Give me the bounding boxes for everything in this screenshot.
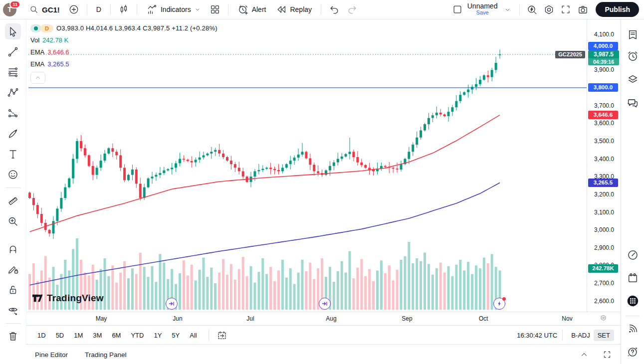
trading-panel-tab[interactable]: Trading Panel	[85, 351, 127, 359]
clock[interactable]: 16:30:42 UTC	[517, 332, 557, 339]
range-button-5d[interactable]: 5D	[52, 330, 68, 341]
price-level-badge: 3,800.0	[588, 83, 618, 92]
range-button-ytd[interactable]: YTD	[127, 330, 147, 341]
replay-button[interactable]: Replay	[272, 2, 316, 17]
chart-pane[interactable]: D O3,983.0 H4,014.6 L3,963.4 C3,987.5 +1…	[26, 19, 621, 319]
session-button[interactable]: SET	[594, 330, 614, 341]
news-flash-marker[interactable]	[493, 298, 505, 310]
price-axis[interactable]: 2,600.02,700.02,800.02,900.03,000.03,100…	[587, 19, 621, 312]
alerts-panel-button[interactable]	[625, 48, 641, 64]
range-button-5y[interactable]: 5Y	[168, 330, 183, 341]
compare-add-button[interactable]	[66, 1, 82, 17]
last-price-value: 3,987.5	[588, 50, 619, 58]
brush-tool-button[interactable]	[5, 126, 21, 142]
chat-button[interactable]	[625, 95, 641, 111]
range-button-6m[interactable]: 6M	[108, 330, 124, 341]
layout-select-button[interactable]	[449, 1, 465, 17]
hide-drawings-button[interactable]	[5, 302, 21, 318]
ema-fast-value: 3,646.6	[47, 48, 69, 56]
lock-drawings-button[interactable]	[5, 282, 21, 298]
calendar-button[interactable]	[625, 270, 641, 286]
adjust-data-button[interactable]: B-ADJ	[568, 330, 594, 341]
pine-editor-tab[interactable]: Pine Editor	[35, 351, 68, 359]
chevron-down-icon	[504, 6, 511, 13]
indicators-button[interactable]: Indicators	[142, 2, 205, 17]
range-button-1m[interactable]: 1M	[70, 330, 86, 341]
legend-interval-badge[interactable]: D	[40, 24, 53, 32]
price-tick: 3,500.0	[587, 138, 621, 145]
help-button[interactable]	[625, 344, 641, 360]
pattern-tool-button[interactable]	[5, 85, 21, 101]
plus-circle-icon	[68, 4, 79, 15]
replay-icon	[276, 4, 287, 15]
object-tree-button[interactable]	[625, 71, 641, 87]
toolbar-divider	[228, 4, 228, 15]
watchlist-button[interactable]	[625, 26, 641, 42]
layout-name-button[interactable]: Unnamed Save	[467, 3, 498, 16]
settings-button[interactable]	[541, 1, 557, 17]
save-link[interactable]: Save	[476, 9, 489, 16]
undo-icon	[329, 4, 340, 15]
apps-button[interactable]	[625, 293, 641, 309]
gear-icon	[543, 4, 555, 15]
vol-label: Vol	[30, 36, 39, 44]
price-level-badge: 3,265.5	[588, 179, 618, 187]
interval-button[interactable]: D	[92, 3, 105, 15]
fib-retracement-icon	[7, 66, 19, 78]
legend-collapse-button[interactable]	[30, 72, 45, 84]
panel-expand-button[interactable]	[576, 347, 592, 363]
price-level-badge: 4,000.0	[588, 42, 618, 50]
price-tick: 3,600.0	[587, 120, 621, 127]
toolbar-divider	[5, 323, 20, 324]
magnet-tool-button[interactable]	[5, 241, 21, 257]
range-button-all[interactable]: All	[186, 330, 200, 341]
trend-line-tool-button[interactable]	[5, 44, 21, 60]
publish-button[interactable]: Publish	[596, 2, 639, 17]
quick-search-button[interactable]	[524, 1, 540, 17]
cursor-tool-button[interactable]	[5, 23, 21, 39]
alert-button[interactable]: Alert	[233, 2, 270, 17]
range-button-3m[interactable]: 3M	[89, 330, 105, 341]
fullscreen-icon	[560, 4, 571, 15]
drawing-mode-lock-button[interactable]	[5, 261, 21, 277]
redo-button[interactable]	[344, 1, 360, 17]
go-to-date-button[interactable]	[214, 327, 230, 343]
top-toolbar: T 11 GC1! D	[0, 0, 644, 19]
range-button-1y[interactable]: 1Y	[150, 330, 165, 341]
chart-style-button[interactable]	[116, 1, 132, 17]
smiley-icon	[7, 169, 19, 181]
alarm-clock-icon	[627, 50, 639, 62]
indicators-label: Indicators	[161, 5, 191, 13]
fullscreen-button[interactable]	[558, 1, 574, 17]
time-axis[interactable]: MayJunJulAugSepOctNov	[26, 312, 621, 326]
chat-bubbles-icon	[627, 97, 639, 109]
zoom-in-tool-button[interactable]	[5, 213, 21, 229]
contract-rollover-marker[interactable]	[319, 298, 331, 310]
toolbar-divider	[321, 4, 321, 15]
alert-label: Alert	[252, 5, 266, 13]
layout-grid-button[interactable]	[207, 1, 223, 17]
emoji-tool-button[interactable]	[5, 167, 21, 182]
gauge-icon	[627, 249, 639, 261]
remove-drawings-button[interactable]	[5, 328, 21, 344]
market-status-dot[interactable]	[30, 24, 41, 32]
zoom-in-icon	[7, 215, 19, 227]
bottom-panel-bar: Pine Editor Trading Panel	[26, 344, 621, 364]
streams-button[interactable]	[625, 321, 641, 337]
user-avatar[interactable]: T 11	[3, 3, 16, 16]
time-tick: May	[96, 315, 107, 322]
time-axis-settings-button[interactable]	[596, 311, 610, 325]
snapshot-button[interactable]	[575, 1, 591, 17]
fib-tool-button[interactable]	[5, 64, 21, 80]
screener-gauge-button[interactable]	[625, 247, 641, 263]
legend-ema-fast-row: EMA 3,646.6	[30, 47, 217, 57]
measure-tool-button[interactable]	[5, 193, 21, 209]
panel-maximize-button[interactable]	[599, 347, 615, 363]
contract-rollover-marker[interactable]	[166, 298, 178, 310]
text-tool-button[interactable]	[5, 146, 21, 162]
layout-menu-button[interactable]	[499, 1, 515, 17]
forecast-tool-button[interactable]	[5, 105, 21, 121]
symbol-search-button[interactable]: GC1!	[25, 3, 64, 16]
range-button-1d[interactable]: 1D	[34, 330, 49, 341]
undo-button[interactable]	[326, 1, 342, 17]
